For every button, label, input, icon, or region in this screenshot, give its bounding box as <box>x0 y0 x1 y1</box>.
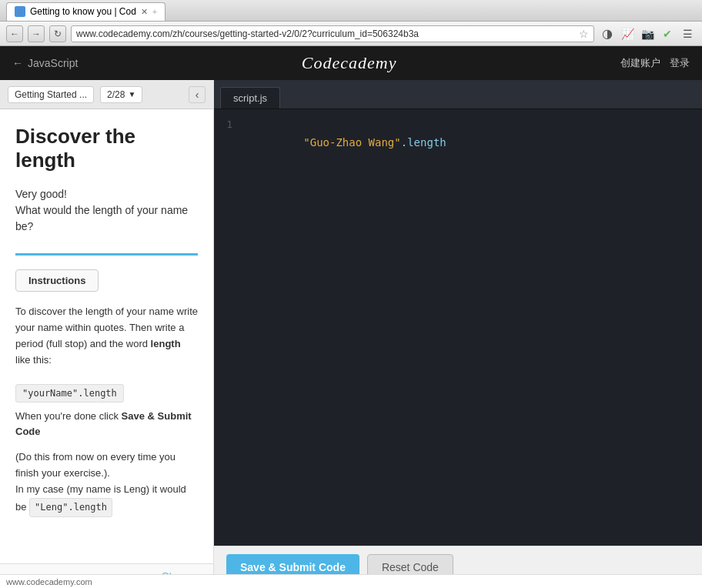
header-links: 创建账户 登录 <box>620 56 690 70</box>
instructions-paragraph-2: When you're done click Save & Submit Cod… <box>15 409 198 441</box>
code-example-1: "yourName".length <box>15 384 124 403</box>
lesson-nav: Getting Started ... 2/28 ▼ ‹ <box>0 80 213 109</box>
right-panel: script.js 1 "Guo-Zhao Wang".length Save … <box>214 80 702 588</box>
instruction-text-3: When you're done click <box>15 410 122 422</box>
bookmark-icon[interactable]: ☆ <box>579 28 589 40</box>
browser-titlebar: Getting to know you | Cod ✕ + <box>0 0 702 22</box>
app-header: ← JavaScript Codecademy 创建账户 登录 <box>0 46 702 80</box>
browser-tab[interactable]: Getting to know you | Cod ✕ + <box>6 2 165 21</box>
tab-favicon-icon <box>15 6 25 17</box>
main-layout: Getting Started ... 2/28 ▼ ‹ Discover th… <box>0 80 702 588</box>
instructions-tab[interactable]: Instructions <box>15 269 99 292</box>
line-number-1: 1 <box>220 119 232 130</box>
back-arrow-icon: ← <box>12 57 23 69</box>
tab-title: Getting to know you | Cod <box>30 6 136 17</box>
code-line-1: "Guo-Zhao Wang".length <box>239 119 696 167</box>
tab-close-icon[interactable]: ✕ <box>141 7 148 17</box>
chevron-down-icon: ▼ <box>128 90 135 99</box>
code-example-2: "Leng".length <box>29 498 112 517</box>
browser-icons: ◑ 📈 📷 ✔ ☰ <box>599 25 696 42</box>
lesson-title: Discover the length <box>15 125 198 172</box>
section-label: JavaScript <box>28 57 78 69</box>
line-numbers: 1 <box>220 119 232 536</box>
login-link[interactable]: 登录 <box>670 56 690 70</box>
description-line2: What would the length of your name be? <box>15 202 198 235</box>
lesson-progress-text: 2/28 <box>107 89 125 100</box>
code-string: "Guo-Zhao Wang" <box>303 136 400 149</box>
editor-area[interactable]: 1 "Guo-Zhao Wang".length <box>214 109 702 546</box>
instructions-paragraph-1: To discover the length of your name writ… <box>15 304 198 368</box>
theme-toggle-icon[interactable]: ◑ <box>599 25 616 42</box>
blue-divider <box>15 253 198 256</box>
lesson-progress-button[interactable]: 2/28 ▼ <box>100 86 142 103</box>
browser-controls: ← → ↻ www.codecademy.com/zh/courses/gett… <box>0 22 702 46</box>
code-content[interactable]: "Guo-Zhao Wang".length <box>239 119 696 536</box>
tab-new-icon[interactable]: + <box>152 7 157 16</box>
create-account-link[interactable]: 创建账户 <box>620 56 660 70</box>
chart-icon[interactable]: 📈 <box>619 25 636 42</box>
description-line1: Very good! <box>15 186 198 202</box>
status-url: www.codecademy.com <box>6 577 92 586</box>
lesson-description: Very good! What would the length of your… <box>15 186 198 235</box>
instruction-bold-length: length <box>151 338 181 349</box>
lesson-title-button[interactable]: Getting Started ... <box>8 86 94 103</box>
codecademy-logo: Codecademy <box>78 53 620 73</box>
camera-icon[interactable]: 📷 <box>639 25 656 42</box>
forward-button[interactable]: → <box>28 25 45 42</box>
lesson-title-text: Getting Started ... <box>15 89 87 100</box>
back-button[interactable]: ← <box>6 25 23 42</box>
code-property: .length <box>401 136 446 149</box>
collapse-panel-button[interactable]: ‹ <box>189 86 206 103</box>
back-to-javascript[interactable]: ← JavaScript <box>12 57 78 69</box>
check-icon[interactable]: ✔ <box>659 25 676 42</box>
menu-icon[interactable]: ☰ <box>679 25 696 42</box>
left-panel: Getting Started ... 2/28 ▼ ‹ Discover th… <box>0 80 214 588</box>
lesson-content: Discover the length Very good! What woul… <box>0 109 213 563</box>
instruction-text-2: like this: <box>15 354 52 366</box>
status-bar: www.codecademy.com <box>0 574 702 588</box>
script-js-tab[interactable]: script.js <box>220 87 280 109</box>
reload-button[interactable]: ↻ <box>49 25 66 42</box>
editor-tabs: script.js <box>214 80 702 109</box>
address-text: www.codecademy.com/zh/courses/getting-st… <box>76 28 579 39</box>
address-bar[interactable]: www.codecademy.com/zh/courses/getting-st… <box>71 25 594 42</box>
instructions-paragraph-3: (Do this from now on every time you fini… <box>15 449 198 517</box>
collapse-arrow-icon: ‹ <box>196 89 199 101</box>
